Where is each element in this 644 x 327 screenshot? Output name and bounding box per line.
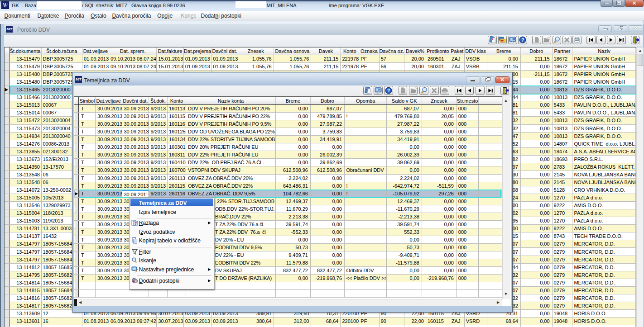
svg-text:?: ? bbox=[387, 88, 390, 93]
svg-text:?: ? bbox=[135, 221, 137, 226]
svg-text:?: ? bbox=[490, 37, 493, 42]
svg-text:?: ? bbox=[521, 38, 524, 43]
svg-text:?: ? bbox=[366, 87, 369, 92]
